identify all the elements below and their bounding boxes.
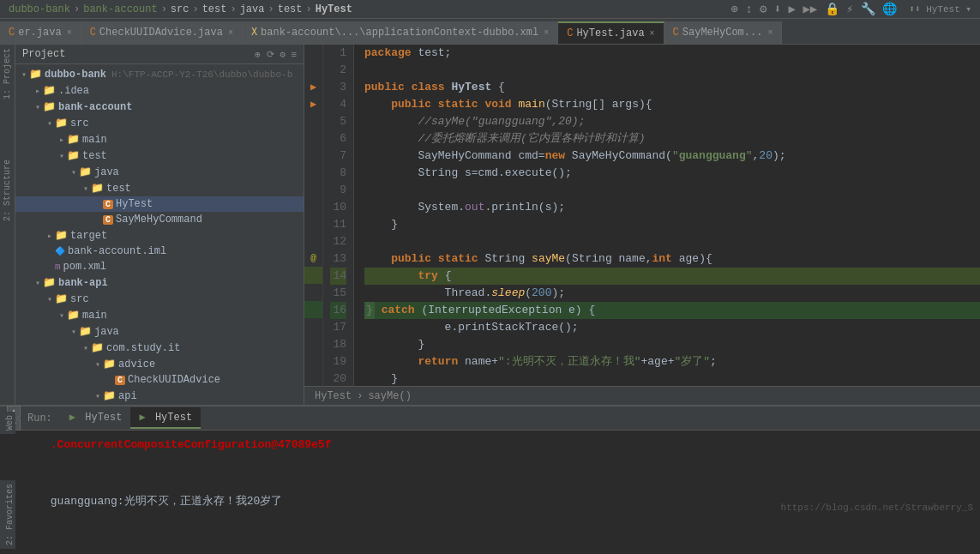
run-icon: ▶	[69, 412, 75, 424]
web-side-label[interactable]: Web	[0, 412, 15, 434]
top-right-nav[interactable]: ⬆⬇ HyTest ▾	[909, 3, 971, 15]
tab-bar: C er.java × C CheckUUIDAdvice.java × X b…	[0, 19, 980, 45]
gutter-12	[304, 232, 322, 250]
expand-icon: ▾	[93, 391, 103, 401]
ln-4: 4	[330, 96, 346, 113]
tab-saymehycom[interactable]: C SayMeHyCom... ×	[664, 21, 783, 44]
tree-java-folder[interactable]: ▾ 📁 java	[15, 164, 304, 180]
crumb-src[interactable]: src	[171, 3, 189, 15]
folder-icon: 📁	[103, 358, 116, 370]
code-line-17: e.printStackTrace();	[364, 319, 980, 336]
crumb-test[interactable]: test	[202, 3, 227, 15]
crumb-bank-account[interactable]: bank-account	[83, 3, 157, 15]
tree-java2[interactable]: ▾ 📁 java	[15, 323, 304, 340]
bottom-tab-hytest-inactive[interactable]: ▶ HyTest	[61, 407, 131, 429]
structure-side-label[interactable]: 2: Structure	[3, 160, 12, 221]
gutter-2	[304, 62, 322, 79]
close-icon[interactable]: ×	[67, 28, 72, 38]
gutter-15	[304, 284, 322, 301]
tree-bank-api[interactable]: ▾ 📁 bank-api	[15, 274, 304, 291]
file-tree[interactable]: ▾ 📁 dubbo-bank H:\FTP-ACCP-Y2-T26\dubbo\…	[15, 64, 304, 405]
tree-checkuuidadvice[interactable]: C CheckUUIDAdvice	[15, 372, 304, 388]
crumb-test2[interactable]: test	[278, 3, 303, 15]
ln-5: 5	[330, 113, 346, 130]
tree-idea[interactable]: ▸ 📁 .idea	[15, 82, 304, 99]
bottom-tab-hytest-active[interactable]: ▶ HyTest	[130, 407, 201, 429]
java-class-icon: C	[103, 200, 113, 209]
expand-icon: ▾	[69, 327, 79, 337]
tree-iml[interactable]: 🔷 bank-account.iml	[15, 244, 304, 259]
folder-icon: 📁	[55, 229, 68, 242]
close-icon[interactable]: ×	[650, 29, 655, 39]
sidebar-icons[interactable]: ⊕ ⟳ ⚙ ≡	[255, 49, 297, 60]
tree-hytest-file[interactable]: C HyTest	[15, 196, 304, 212]
crumb-dubbo-bank[interactable]: dubbo-bank	[9, 3, 70, 15]
main-layout: 1: Project 2: Structure Project ⊕ ⟳ ⚙ ≡ …	[0, 45, 980, 405]
line-numbers: 1 2 3 4 5 6 7 8 9 10 11 12 13 14 15 16 1…	[323, 45, 354, 386]
gutter-19	[304, 352, 322, 369]
gutter-18	[304, 334, 322, 352]
tree-main[interactable]: ▸ 📁 main	[15, 131, 304, 148]
folder-icon: 📁	[55, 292, 68, 305]
tab-label-er: er.java	[18, 27, 61, 39]
output-text-1: .ConcurrentCompositeConfiguration@47089e…	[51, 438, 332, 451]
favorites-side-label[interactable]: 2: Favorites	[0, 480, 15, 549]
folder-icon: 📁	[43, 100, 56, 113]
code-line-12	[364, 233, 980, 250]
java-icon: C	[673, 27, 679, 39]
tab-er-java[interactable]: C er.java ×	[0, 21, 81, 44]
tree-label: pom.xml	[63, 261, 106, 273]
tab-appcontext[interactable]: X bank-account\...\applicationContext-du…	[243, 21, 558, 44]
tree-label: bank-account	[58, 101, 132, 113]
ln-7: 7	[330, 148, 346, 165]
ln-12: 12	[330, 233, 346, 250]
tree-main2[interactable]: ▾ 📁 main	[15, 307, 304, 323]
ln-17: 17	[330, 319, 346, 336]
tree-target[interactable]: ▸ 📁 target	[15, 227, 304, 244]
tab-checkuuid[interactable]: C CheckUUIDAdvice.java ×	[81, 21, 243, 44]
folder-icon: 📁	[91, 341, 104, 354]
code-line-13: public static String sayMe(String name,i…	[364, 250, 980, 268]
code-line-7: SayMeHyCommand cmd=new SayMeHyCommand("g…	[364, 148, 980, 165]
tree-advice[interactable]: ▾ 📁 advice	[15, 356, 304, 372]
tree-api[interactable]: ▾ 📁 api	[15, 388, 304, 404]
tree-bank-account[interactable]: ▾ 📁 bank-account	[15, 99, 304, 115]
code-line-16: } catch (InterruptedException e) {	[364, 302, 980, 319]
crumb-hytest[interactable]: HyTest	[316, 3, 352, 15]
tree-dubbo-bank[interactable]: ▾ 📁 dubbo-bank H:\FTP-ACCP-Y2-T26\dubbo\…	[15, 66, 304, 82]
close-icon[interactable]: ×	[228, 28, 233, 38]
code-content[interactable]: package test; public class HyTest { publ…	[354, 45, 980, 386]
tree-saymehycommand[interactable]: C SayMeHyCommand	[15, 212, 304, 227]
close-icon[interactable]: ×	[544, 28, 549, 38]
gutter-5	[304, 113, 322, 130]
code-line-5: //sayMe("guangguang",20);	[364, 113, 980, 130]
code-editor[interactable]: ▶ ▶ @	[304, 45, 980, 405]
output-line-1: .ConcurrentCompositeConfiguration@47089e…	[10, 431, 970, 473]
project-side-label[interactable]: 1: Project	[3, 48, 12, 99]
expand-icon: ▾	[57, 310, 67, 321]
tab-label-checkuuid: CheckUUIDAdvice.java	[99, 27, 223, 39]
crumb-java[interactable]: java	[240, 3, 265, 15]
tree-label: advice	[118, 358, 155, 370]
annotation-icon: @	[310, 253, 316, 263]
tree-label: HyTest	[116, 198, 153, 210]
tree-test[interactable]: ▾ 📁 test	[15, 148, 304, 164]
exec-arrow-icon: ▶	[310, 81, 316, 93]
tree-extra: H:\FTP-ACCP-Y2-T26\dubbo\dubbo-b	[111, 69, 292, 80]
tree-src2[interactable]: ▾ 📁 src	[15, 291, 304, 307]
tree-src[interactable]: ▾ 📁 src	[15, 115, 304, 131]
java-icon: C	[9, 27, 15, 39]
tree-com-study-it[interactable]: ▾ 📁 com.study.it	[15, 340, 304, 356]
sidebar: 1: Project 2: Structure Project ⊕ ⟳ ⚙ ≡ …	[0, 45, 304, 405]
ln-13: 13	[330, 250, 346, 268]
expand-icon: ▾	[33, 278, 43, 288]
tree-test-inner[interactable]: ▾ 📁 test	[15, 180, 304, 196]
code-line-4: public static void main(String[] args){	[364, 96, 980, 113]
tree-pom[interactable]: m pom.xml	[15, 259, 304, 274]
tree-label: SayMeHyCommand	[116, 214, 202, 226]
tree-label: .idea	[58, 85, 89, 97]
close-icon[interactable]: ×	[767, 28, 773, 38]
tab-hytest[interactable]: C HyTest.java ×	[558, 21, 664, 44]
pom-icon: m	[55, 262, 61, 272]
ln-14: 14	[330, 268, 346, 285]
